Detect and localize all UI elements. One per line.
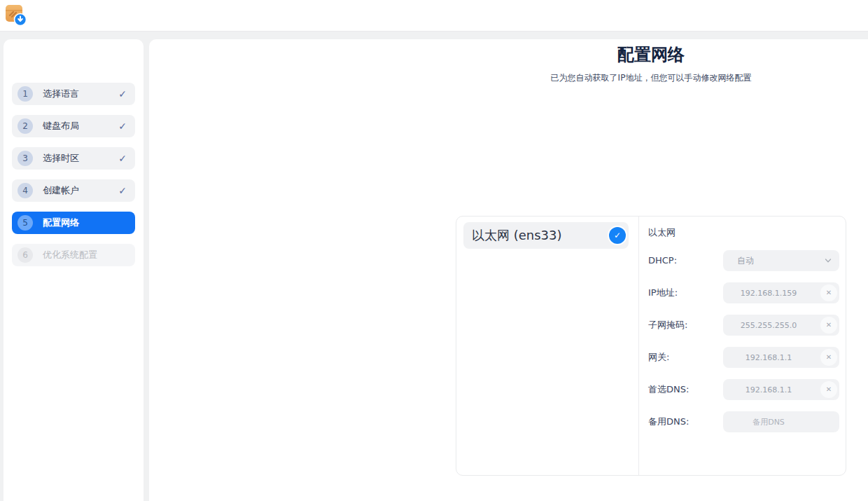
- gateway-row: 网关: ✕: [639, 347, 846, 368]
- step-number-badge: 6: [18, 247, 33, 263]
- sidebar-step-configure-network[interactable]: 5 配置网络: [12, 212, 135, 234]
- step-label: 键盘布局: [43, 115, 79, 137]
- primary-dns-field: ✕: [723, 379, 839, 400]
- interface-list: 以太网 (ens33) ✓: [456, 217, 639, 475]
- subnet-mask-label: 子网掩码:: [648, 315, 687, 336]
- step-number-badge: 1: [18, 86, 33, 102]
- page-title: 配置网络: [456, 43, 846, 66]
- dhcp-row: DHCP: 自动: [639, 250, 846, 271]
- primary-dns-label: 首选DNS:: [648, 379, 689, 400]
- ip-address-row: IP地址: ✕: [639, 282, 846, 303]
- dhcp-select[interactable]: 自动: [723, 250, 839, 271]
- step-label: 优化系统配置: [43, 244, 97, 266]
- clear-icon[interactable]: ✕: [820, 381, 837, 398]
- ip-address-label: IP地址:: [648, 282, 678, 303]
- sidebar-step-create-account[interactable]: 4 创建帐户 ✓: [12, 179, 135, 202]
- step-label: 选择时区: [43, 147, 79, 170]
- clear-icon[interactable]: ✕: [820, 284, 837, 301]
- step-number-badge: 2: [18, 118, 33, 134]
- subnet-mask-row: 子网掩码: ✕: [639, 315, 846, 336]
- secondary-dns-input[interactable]: [723, 411, 839, 432]
- check-icon: ✓: [118, 179, 127, 202]
- page-subtitle: 已为您自动获取了IP地址，但您可以手动修改网络配置: [456, 72, 846, 84]
- secondary-dns-label: 备用DNS:: [648, 411, 689, 432]
- selected-check-icon: ✓: [609, 227, 626, 244]
- step-label: 创建帐户: [43, 179, 79, 202]
- check-icon: ✓: [118, 115, 127, 137]
- step-label: 配置网络: [43, 212, 79, 234]
- chevron-down-icon: [825, 257, 832, 264]
- ip-address-field: ✕: [723, 282, 839, 303]
- interface-item-ens33[interactable]: 以太网 (ens33) ✓: [463, 222, 629, 249]
- secondary-dns-row: 备用DNS:: [639, 411, 846, 432]
- top-bar: [0, 0, 868, 32]
- main-content: 配置网络 已为您自动获取了IP地址，但您可以手动修改网络配置 以太网 (ens3…: [149, 39, 868, 501]
- check-icon: ✓: [118, 83, 127, 105]
- sidebar-step-select-language[interactable]: 1 选择语言 ✓: [12, 83, 135, 105]
- dhcp-selected-value: 自动: [737, 250, 754, 271]
- gateway-field: ✕: [723, 347, 839, 368]
- ethernet-label: 以太网: [648, 217, 676, 249]
- setup-steps-sidebar: 1 选择语言 ✓ 2 键盘布局 ✓ 3 选择时区 ✓ 4 创建帐户 ✓ 5 配置…: [4, 39, 144, 501]
- step-number-badge: 4: [18, 183, 33, 198]
- gateway-label: 网关:: [648, 347, 669, 368]
- subnet-mask-field: ✕: [723, 315, 839, 336]
- steps-list: 1 选择语言 ✓ 2 键盘布局 ✓ 3 选择时区 ✓ 4 创建帐户 ✓ 5 配置…: [4, 83, 144, 276]
- network-form: 以太网 DHCP: 自动 IP地址: ✕: [639, 217, 846, 475]
- sidebar-step-keyboard-layout[interactable]: 2 键盘布局 ✓: [12, 115, 135, 137]
- network-config-panel: 以太网 (ens33) ✓ 以太网 DHCP: 自动 IP地址:: [456, 216, 846, 476]
- step-label: 选择语言: [43, 83, 79, 105]
- sidebar-step-optimize-system: 6 优化系统配置: [12, 244, 135, 266]
- installer-app-icon: [5, 4, 27, 27]
- dhcp-label: DHCP:: [648, 250, 677, 271]
- sidebar-step-timezone[interactable]: 3 选择时区 ✓: [12, 147, 135, 170]
- clear-icon[interactable]: ✕: [820, 349, 837, 366]
- clear-icon[interactable]: ✕: [820, 317, 837, 334]
- secondary-dns-field: [723, 411, 839, 432]
- check-icon: ✓: [118, 147, 127, 170]
- primary-dns-row: 首选DNS: ✕: [639, 379, 846, 400]
- step-number-badge: 3: [18, 151, 33, 166]
- step-number-badge: 5: [18, 215, 33, 231]
- interface-label: 以太网 (ens33): [472, 222, 562, 249]
